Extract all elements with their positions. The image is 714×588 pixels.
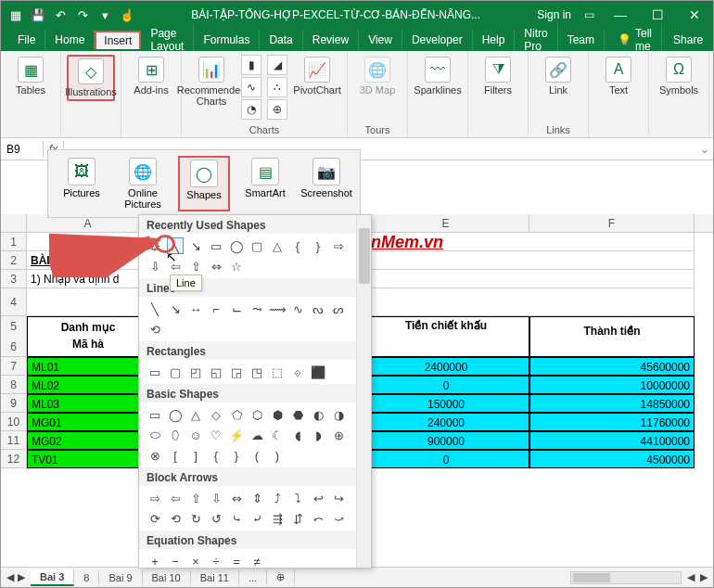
online-pictures-button[interactable]: 🌐Online Pictures: [117, 156, 169, 211]
cell-chietkhau[interactable]: 0: [363, 450, 529, 468]
tab-view[interactable]: View: [359, 30, 402, 50]
tab-home[interactable]: Home: [45, 30, 95, 50]
area-chart-icon[interactable]: ◢: [267, 55, 287, 75]
right-arrow-shape[interactable]: ⇨: [330, 237, 347, 254]
collapse-ribbon-icon[interactable]: ᐱ: [709, 114, 714, 137]
addins-button[interactable]: ⊞Add-ins: [127, 55, 175, 97]
map3d-button[interactable]: 🌐3D Map: [353, 55, 402, 97]
lbrace-shape[interactable]: {: [289, 237, 306, 254]
cell-thanhtien[interactable]: 10000000: [529, 376, 695, 394]
triangle-shape[interactable]: △: [269, 237, 286, 254]
tab-team[interactable]: Team: [558, 30, 605, 50]
sheet-tab-8[interactable]: 8: [74, 570, 99, 585]
filters-button[interactable]: ⧩Filters: [474, 55, 522, 97]
rect-shape[interactable]: ▭: [208, 237, 224, 254]
row-4[interactable]: 4: [1, 288, 27, 316]
cell-chietkhau[interactable]: 150000: [363, 394, 529, 413]
tab-data[interactable]: Data: [260, 30, 302, 50]
row-9[interactable]: 9: [1, 394, 27, 413]
sign-in-link[interactable]: Sign in: [537, 8, 571, 21]
row-7[interactable]: 7: [1, 357, 27, 376]
cell-code[interactable]: ML03: [27, 394, 149, 413]
name-box[interactable]: B9: [1, 141, 44, 158]
tab-review[interactable]: Review: [303, 30, 359, 50]
map-chart-icon[interactable]: ⊕: [267, 99, 287, 120]
col-E[interactable]: E: [363, 214, 529, 232]
screenshot-button[interactable]: 📷Screenshot: [300, 156, 352, 211]
hdr-thanhtien[interactable]: Thành tiền: [529, 316, 695, 357]
arrow-line-shape[interactable]: ↘: [187, 237, 204, 254]
undo-icon[interactable]: ↶: [53, 7, 68, 22]
rbrace-shape[interactable]: }: [310, 237, 326, 254]
ribbon-display-icon[interactable]: ▭: [584, 8, 594, 21]
up-arrow-shape[interactable]: ⇧: [187, 258, 204, 275]
line-chart-icon[interactable]: ∿: [241, 77, 261, 97]
cell-code[interactable]: MG02: [27, 431, 149, 450]
scroll-right-icon[interactable]: ▶: [695, 571, 713, 583]
hdr-danhmuc[interactable]: Danh mụcMã hà: [27, 316, 149, 357]
cell-code[interactable]: ML01: [27, 357, 149, 376]
recommended-charts-button[interactable]: 📊Recommended Charts: [187, 55, 236, 109]
sheet-tab-11[interactable]: Bai 11: [191, 570, 239, 585]
scroll-left-icon[interactable]: ◀: [687, 571, 695, 583]
shapes-button[interactable]: ◯Shapes: [178, 156, 230, 211]
oval-shape[interactable]: ◯: [228, 237, 245, 254]
pictures-button[interactable]: 🖼Pictures: [56, 156, 108, 211]
redo-icon[interactable]: ↷: [75, 7, 90, 22]
row-10[interactable]: 10: [1, 413, 27, 431]
cell-chietkhau[interactable]: 0: [363, 376, 529, 394]
hdr-chietkhau[interactable]: Tiền chiết khấu: [363, 316, 529, 357]
tab-formulas[interactable]: Formulas: [194, 30, 260, 50]
row-12[interactable]: 12: [1, 450, 27, 468]
leftright-arrow-shape[interactable]: ⇔: [208, 258, 224, 275]
cell-chietkhau[interactable]: 240000: [363, 413, 529, 431]
tab-developer[interactable]: Developer: [402, 30, 473, 50]
tables-button[interactable]: ▦Tables: [6, 55, 55, 97]
pie-chart-icon[interactable]: ◔: [241, 99, 261, 120]
cell-thanhtien[interactable]: 44100000: [529, 431, 695, 450]
tab-prev-icon[interactable]: ◀: [6, 571, 14, 583]
cell-thanhtien[interactable]: 11760000: [529, 413, 695, 431]
cell-thanhtien[interactable]: 45600000: [529, 357, 695, 376]
shapes-scrollbar[interactable]: [356, 215, 371, 568]
expand-formula-icon[interactable]: ⌄: [696, 143, 713, 156]
cell-chietkhau[interactable]: 2400000: [363, 357, 529, 376]
new-sheet-button[interactable]: ⊕: [267, 569, 295, 585]
select-all-corner[interactable]: [1, 214, 27, 232]
smartart-button[interactable]: ▤SmartArt: [239, 156, 291, 211]
cell-code[interactable]: TV01: [27, 450, 149, 468]
sheet-tab-more[interactable]: ...: [239, 570, 267, 585]
pivotchart-button[interactable]: 📈PivotChart: [293, 55, 341, 97]
row-5-6[interactable]: 56: [1, 316, 27, 357]
sparklines-button[interactable]: 〰Sparklines: [414, 55, 462, 97]
row-2[interactable]: 2: [1, 251, 27, 270]
rounded-rect-shape[interactable]: ▢: [249, 237, 265, 254]
cell-thanhtien[interactable]: 4500000: [529, 450, 695, 468]
qat-more-icon[interactable]: ▾: [97, 7, 112, 22]
cell-chietkhau[interactable]: 900000: [363, 431, 529, 450]
row-3[interactable]: 3: [1, 270, 27, 288]
tab-help[interactable]: Help: [473, 30, 516, 50]
horizontal-scrollbar[interactable]: [570, 571, 682, 584]
row-11[interactable]: 11: [1, 431, 27, 450]
scatter-chart-icon[interactable]: ∴: [267, 77, 287, 97]
symbols-button[interactable]: ΩSymbols: [655, 55, 703, 97]
tab-next-icon[interactable]: ▶: [18, 571, 25, 583]
cell-thanhtien[interactable]: 14850000: [529, 394, 695, 413]
touch-mode-icon[interactable]: ☝: [120, 7, 134, 22]
text-button[interactable]: AText: [594, 55, 643, 97]
cell-code[interactable]: ML02: [27, 376, 149, 394]
sheet-tab-9[interactable]: Bai 9: [99, 570, 142, 585]
tab-file[interactable]: File: [8, 30, 45, 50]
col-F[interactable]: F: [529, 214, 695, 232]
cell-code[interactable]: MG01: [27, 413, 149, 431]
row-8[interactable]: 8: [1, 376, 27, 394]
bar-chart-icon[interactable]: ▮: [241, 55, 261, 75]
sheet-tab-10[interactable]: Bai 10: [143, 570, 191, 585]
illustrations-button[interactable]: ◇Illustrations: [67, 55, 115, 101]
star-shape[interactable]: ☆: [228, 258, 245, 275]
link-button[interactable]: 🔗Link: [534, 55, 582, 97]
tab-insert[interactable]: Insert: [95, 31, 141, 49]
row-1[interactable]: 1: [1, 233, 27, 251]
share-button[interactable]: Share: [662, 30, 714, 50]
